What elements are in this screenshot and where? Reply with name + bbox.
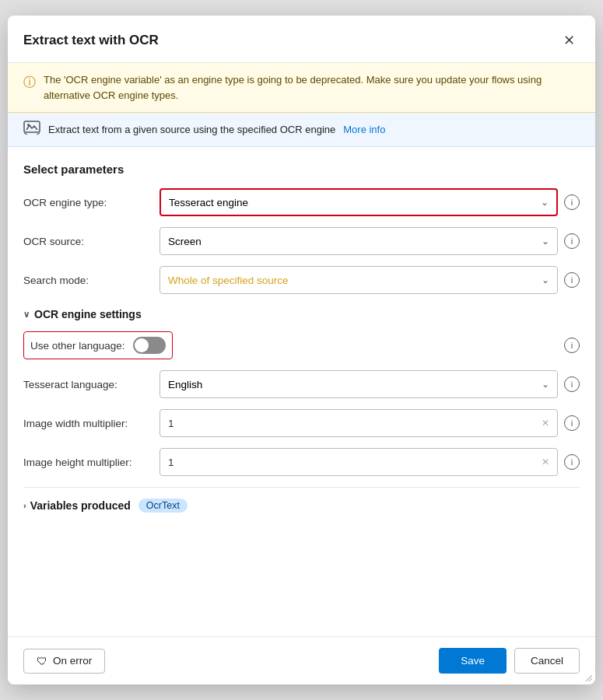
warning-icon: ⓘ <box>23 73 36 92</box>
ocr-engine-type-info-icon[interactable]: i <box>564 194 580 210</box>
tesseract-language-control: English ⌄ i <box>160 370 580 398</box>
image-width-info-icon[interactable]: i <box>564 415 580 431</box>
search-mode-chevron-icon: ⌄ <box>542 275 549 285</box>
ocr-source-select[interactable]: Screen ⌄ <box>160 227 558 255</box>
info-i3: i <box>571 275 573 285</box>
search-mode-select[interactable]: Whole of specified source ⌄ <box>160 266 558 294</box>
warning-banner: ⓘ The 'OCR engine variable' as an engine… <box>8 63 595 113</box>
dialog-header: Extract text with OCR ✕ <box>8 16 595 63</box>
tesseract-language-value: English <box>168 379 202 390</box>
engine-settings-chevron-icon: ∨ <box>23 310 30 320</box>
ocr-source-info-icon[interactable]: i <box>564 233 580 249</box>
ocr-source-control: Screen ⌄ i <box>160 227 580 255</box>
toggle-knob <box>135 338 149 352</box>
search-mode-info-icon[interactable]: i <box>564 272 580 288</box>
info-i7: i <box>571 457 573 467</box>
dialog-footer: 🛡 On error Save Cancel <box>8 636 595 684</box>
image-width-row: Image width multiplier: 1 ✕ i <box>23 409 580 437</box>
image-width-clear-icon[interactable]: ✕ <box>542 418 549 429</box>
variables-section: › Variables produced OcrText <box>23 487 580 513</box>
ocr-icon <box>23 121 40 138</box>
warning-text: The 'OCR engine variable' as an engine t… <box>44 72 580 103</box>
info-i2: i <box>571 236 573 246</box>
search-mode-label: Search mode: <box>23 275 160 286</box>
engine-settings-title: OCR engine settings <box>34 308 142 320</box>
ocr-engine-type-row: OCR engine type: Tesseract engine ⌄ i <box>23 188 580 216</box>
tesseract-language-select[interactable]: English ⌄ <box>160 370 558 398</box>
footer-right: Save Cancel <box>439 648 580 674</box>
svg-line-2 <box>24 133 27 135</box>
image-height-value: 1 <box>168 457 174 468</box>
dialog-title: Extract text with OCR <box>23 33 159 48</box>
shield-icon: 🛡 <box>37 655 47 667</box>
use-other-language-row: Use other language: i <box>23 331 580 359</box>
image-width-label: Image width multiplier: <box>23 418 160 429</box>
search-mode-control: Whole of specified source ⌄ i <box>160 266 580 294</box>
info-i4: i <box>571 341 573 350</box>
image-height-clear-icon[interactable]: ✕ <box>542 457 549 467</box>
use-other-language-info-icon[interactable]: i <box>564 338 580 353</box>
image-height-input[interactable]: 1 ✕ <box>160 448 558 476</box>
ocr-engine-type-value: Tesseract engine <box>169 197 248 208</box>
search-mode-row: Search mode: Whole of specified source ⌄… <box>23 266 580 294</box>
tesseract-language-info-icon[interactable]: i <box>564 376 580 392</box>
tesseract-language-row: Tesseract language: English ⌄ i <box>23 370 580 398</box>
ocrtext-badge: OcrText <box>138 499 188 513</box>
info-i5: i <box>571 380 573 389</box>
use-other-language-toggle-wrap: Use other language: <box>23 331 173 359</box>
variables-header[interactable]: › Variables produced <box>23 499 131 512</box>
svg-line-3 <box>37 133 40 135</box>
on-error-label: On error <box>53 655 92 667</box>
ocr-source-value: Screen <box>168 236 202 247</box>
svg-line-5 <box>589 678 592 681</box>
cancel-button[interactable]: Cancel <box>514 648 580 674</box>
on-error-button[interactable]: 🛡 On error <box>23 649 105 674</box>
tesseract-language-chevron-icon: ⌄ <box>542 379 549 390</box>
svg-rect-0 <box>24 121 40 132</box>
use-other-language-label: Use other language: <box>30 340 125 352</box>
ocr-engine-chevron-icon: ⌄ <box>541 197 549 208</box>
engine-settings-section: ∨ OCR engine settings Use other language… <box>23 308 580 476</box>
more-info-link[interactable]: More info <box>343 124 385 135</box>
params-section-title: Select parameters <box>23 163 580 176</box>
ocr-source-chevron-icon: ⌄ <box>542 236 549 247</box>
svg-line-4 <box>586 675 592 681</box>
ocr-source-label: OCR source: <box>23 236 160 247</box>
image-width-input[interactable]: 1 ✕ <box>160 409 558 437</box>
dialog-body: Select parameters OCR engine type: Tesse… <box>8 147 595 636</box>
close-icon: ✕ <box>563 32 575 49</box>
resize-handle[interactable] <box>583 672 592 681</box>
info-text: Extract text from a given source using t… <box>48 124 335 135</box>
variables-chevron-icon: › <box>23 501 26 510</box>
image-height-info-icon[interactable]: i <box>564 454 580 470</box>
ocr-source-row: OCR source: Screen ⌄ i <box>23 227 580 255</box>
tesseract-language-label: Tesseract language: <box>23 379 160 390</box>
use-other-language-control: Use other language: i <box>23 331 580 359</box>
image-height-control: 1 ✕ i <box>160 448 580 476</box>
info-i: i <box>571 198 573 207</box>
dialog: Extract text with OCR ✕ ⓘ The 'OCR engin… <box>8 16 595 684</box>
variables-label-text: Variables produced <box>30 499 131 512</box>
save-button[interactable]: Save <box>439 648 507 674</box>
ocr-engine-type-control: Tesseract engine ⌄ i <box>160 188 580 216</box>
ocr-engine-type-select[interactable]: Tesseract engine ⌄ <box>160 188 558 216</box>
image-width-control: 1 ✕ i <box>160 409 580 437</box>
image-height-row: Image height multiplier: 1 ✕ i <box>23 448 580 476</box>
engine-settings-header[interactable]: ∨ OCR engine settings <box>23 308 580 320</box>
info-i6: i <box>571 418 573 428</box>
image-width-value: 1 <box>168 418 174 429</box>
svg-point-1 <box>27 124 30 126</box>
close-button[interactable]: ✕ <box>558 30 580 51</box>
search-mode-value: Whole of specified source <box>168 275 289 286</box>
info-banner: Extract text from a given source using t… <box>8 113 595 147</box>
ocr-engine-type-label: OCR engine type: <box>23 197 160 208</box>
use-other-language-toggle[interactable] <box>133 337 166 354</box>
image-height-label: Image height multiplier: <box>23 457 160 468</box>
